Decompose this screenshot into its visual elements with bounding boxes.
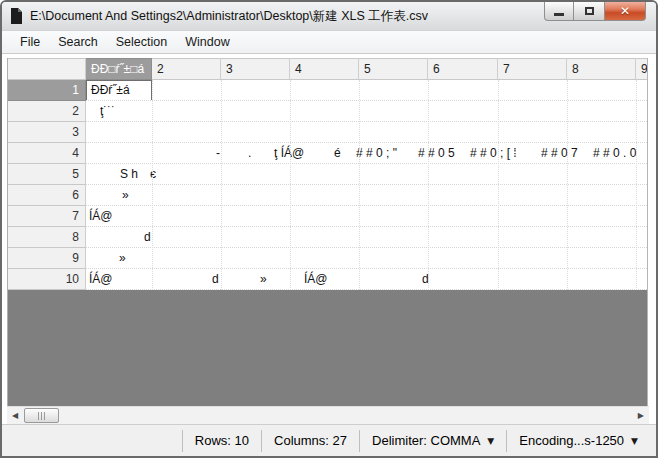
column-header[interactable]: 4 xyxy=(290,58,359,80)
row-header[interactable]: 5 xyxy=(8,164,86,185)
cell-text[interactable]: ÍÁ@ xyxy=(89,209,113,223)
table-row: 9» xyxy=(8,248,647,269)
minimize-icon xyxy=(554,13,564,16)
scrollbar-thumb[interactable] xyxy=(24,408,59,423)
table-row: 3 xyxy=(8,122,647,143)
row-header[interactable]: 2 xyxy=(8,101,86,122)
scroll-right-arrow-icon[interactable]: ▶ xyxy=(638,411,644,421)
grid-empty-area xyxy=(8,290,647,406)
maximize-button[interactable] xyxy=(574,2,604,21)
table-row: 8d xyxy=(8,227,647,248)
cell-text[interactable]: # # 0 ; [ ⁞ xyxy=(470,146,517,160)
maximize-icon xyxy=(585,7,594,15)
status-columns: Columns: 27 xyxy=(261,430,359,452)
scroll-left-arrow-icon[interactable]: ◀ xyxy=(12,411,18,421)
row-cells[interactable]: » xyxy=(86,248,647,269)
menu-item-window[interactable]: Window xyxy=(176,33,238,51)
cell-text[interactable]: d xyxy=(422,272,429,286)
cell-text[interactable]: ţ˙˙˙ xyxy=(100,104,115,118)
app-window: E:\Document And Settings2\Administrator\… xyxy=(0,0,658,458)
row-header[interactable]: 3 xyxy=(8,122,86,143)
menu-bar: FileSearchSelectionWindow xyxy=(2,30,656,54)
column-header[interactable]: 5 xyxy=(359,58,428,80)
table-row: 7ÍÁ@ xyxy=(8,206,647,227)
cell-text[interactable]: S h xyxy=(120,167,138,181)
row-header[interactable]: 10 xyxy=(8,269,86,290)
cell-text[interactable]: є xyxy=(150,167,156,181)
cell-text[interactable]: d xyxy=(144,230,151,244)
dropdown-arrow-icon: ▼ xyxy=(631,436,638,446)
delimiter-label: Delimiter: COMMA xyxy=(372,433,480,448)
cell-text[interactable]: # # 0 5 xyxy=(418,146,455,160)
row-cells[interactable]: » xyxy=(86,185,647,206)
close-button[interactable]: ✕ xyxy=(604,2,646,21)
row-header[interactable]: 9 xyxy=(8,248,86,269)
row-cells[interactable]: -.ţ ÍÁ@é# # 0 ; "# # 0 5# # 0 ; [ ⁞# # 0… xyxy=(86,143,647,164)
cell-text[interactable]: - xyxy=(216,146,220,160)
menu-item-search[interactable]: Search xyxy=(49,33,107,51)
caption-buttons: ✕ xyxy=(544,2,646,21)
cell-text[interactable]: # # 0 ; " xyxy=(356,146,397,160)
column-header[interactable]: 7 xyxy=(498,58,567,80)
scrollbar-grip-icon xyxy=(38,412,46,420)
title-bar[interactable]: E:\Document And Settings2\Administrator\… xyxy=(2,2,656,30)
cell-text[interactable]: # # 0 . 0 xyxy=(593,146,636,160)
table-row: 2ţ˙˙˙ xyxy=(8,101,647,122)
menu-item-selection[interactable]: Selection xyxy=(107,33,176,51)
cell-text[interactable]: # # 0 7 xyxy=(541,146,578,160)
cell-text[interactable]: d xyxy=(212,272,219,286)
window-title: E:\Document And Settings2\Administrator\… xyxy=(30,8,428,25)
grid-rows-area: 1ÐÐŕ˝±á2ţ˙˙˙34-.ţ ÍÁ@é# # 0 ; "# # 0 5# … xyxy=(8,80,647,290)
column-header[interactable]: 9 xyxy=(636,58,648,80)
encoding-dropdown[interactable]: Encoding...s-1250 ▼ xyxy=(506,430,650,452)
row-header[interactable]: 4 xyxy=(8,143,86,164)
column-header-row: ÐÐ□ŕ˝±□á23456789 xyxy=(8,58,647,80)
row-cells[interactable]: ÍÁ@ xyxy=(86,206,647,227)
delimiter-dropdown[interactable]: Delimiter: COMMA ▼ xyxy=(359,430,506,452)
row-cells[interactable]: S hє xyxy=(86,164,647,185)
status-columns-label: Columns: 27 xyxy=(274,433,347,448)
menu-item-file[interactable]: File xyxy=(11,33,49,51)
csv-grid: ÐÐ□ŕ˝±□á23456789 1ÐÐŕ˝±á2ţ˙˙˙34-.ţ ÍÁ@é#… xyxy=(7,58,648,406)
cell-text[interactable]: » xyxy=(122,188,129,202)
table-row: 4-.ţ ÍÁ@é# # 0 ; "# # 0 5# # 0 ; [ ⁞# # … xyxy=(8,143,647,164)
cell-text[interactable]: » xyxy=(119,251,126,265)
cell-text[interactable]: » xyxy=(260,272,267,286)
row-cells[interactable] xyxy=(86,122,647,143)
column-header[interactable]: 8 xyxy=(567,58,636,80)
table-row: 10ÍÁ@d»ÍÁ@d xyxy=(8,269,647,290)
cell-text[interactable]: é xyxy=(334,146,341,160)
row-cells[interactable]: ÐÐŕ˝±á xyxy=(86,80,647,101)
row-cells[interactable]: d xyxy=(86,227,647,248)
status-rows: Rows: 10 xyxy=(182,430,261,452)
row-header[interactable]: 6 xyxy=(8,185,86,206)
row-header[interactable]: 8 xyxy=(8,227,86,248)
cell-text[interactable]: . xyxy=(248,146,251,160)
selected-cell[interactable]: ÐÐŕ˝±á xyxy=(86,80,152,101)
cell-text[interactable]: ÍÁ@ xyxy=(89,272,113,286)
table-row: 5S hє xyxy=(8,164,647,185)
table-row: 1ÐÐŕ˝±á xyxy=(8,80,647,101)
column-header[interactable]: 2 xyxy=(152,58,221,80)
dropdown-arrow-icon: ▼ xyxy=(487,436,494,446)
cell-text[interactable]: ţ ÍÁ@ xyxy=(274,146,304,160)
encoding-label: Encoding...s-1250 xyxy=(519,433,624,448)
column-header[interactable]: ÐÐ□ŕ˝±□á xyxy=(86,58,152,80)
horizontal-scrollbar[interactable]: ◀ ▶ xyxy=(7,406,649,424)
row-cells[interactable]: ţ˙˙˙ xyxy=(86,101,647,122)
row-cells[interactable]: ÍÁ@d»ÍÁ@d xyxy=(86,269,647,290)
minimize-button[interactable] xyxy=(544,2,574,21)
row-header[interactable]: 1 xyxy=(8,80,86,101)
grid-corner-cell[interactable] xyxy=(8,58,86,80)
cell-text[interactable]: ÍÁ@ xyxy=(304,272,328,286)
column-header[interactable]: 6 xyxy=(428,58,498,80)
document-icon xyxy=(10,8,23,24)
row-header[interactable]: 7 xyxy=(8,206,86,227)
close-icon: ✕ xyxy=(620,5,630,17)
status-bar: Rows: 10 Columns: 27 Delimiter: COMMA ▼ … xyxy=(2,424,656,456)
table-row: 6» xyxy=(8,185,647,206)
status-rows-label: Rows: 10 xyxy=(195,433,249,448)
column-header[interactable]: 3 xyxy=(221,58,290,80)
